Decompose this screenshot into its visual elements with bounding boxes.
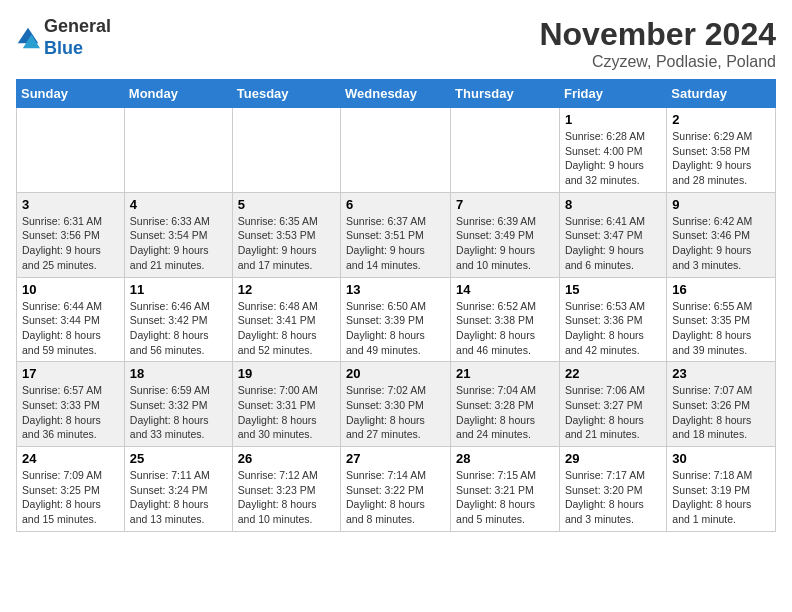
logo-general-text: General xyxy=(44,16,111,36)
page-header: General Blue November 2024 Czyzew, Podla… xyxy=(16,16,776,71)
day-info: Sunrise: 7:14 AM Sunset: 3:22 PM Dayligh… xyxy=(346,468,445,527)
day-number: 22 xyxy=(565,366,661,381)
week-row-3: 10Sunrise: 6:44 AM Sunset: 3:44 PM Dayli… xyxy=(17,277,776,362)
day-cell: 7Sunrise: 6:39 AM Sunset: 3:49 PM Daylig… xyxy=(451,192,560,277)
header-friday: Friday xyxy=(559,80,666,108)
day-cell: 9Sunrise: 6:42 AM Sunset: 3:46 PM Daylig… xyxy=(667,192,776,277)
day-cell: 6Sunrise: 6:37 AM Sunset: 3:51 PM Daylig… xyxy=(341,192,451,277)
calendar-table: SundayMondayTuesdayWednesdayThursdayFrid… xyxy=(16,79,776,532)
day-cell: 8Sunrise: 6:41 AM Sunset: 3:47 PM Daylig… xyxy=(559,192,666,277)
calendar-header-row: SundayMondayTuesdayWednesdayThursdayFrid… xyxy=(17,80,776,108)
day-cell xyxy=(341,108,451,193)
day-info: Sunrise: 6:28 AM Sunset: 4:00 PM Dayligh… xyxy=(565,129,661,188)
day-number: 16 xyxy=(672,282,770,297)
day-number: 8 xyxy=(565,197,661,212)
day-info: Sunrise: 6:39 AM Sunset: 3:49 PM Dayligh… xyxy=(456,214,554,273)
logo-icon xyxy=(16,26,40,50)
day-cell: 12Sunrise: 6:48 AM Sunset: 3:41 PM Dayli… xyxy=(232,277,340,362)
day-info: Sunrise: 7:09 AM Sunset: 3:25 PM Dayligh… xyxy=(22,468,119,527)
day-number: 20 xyxy=(346,366,445,381)
day-cell: 27Sunrise: 7:14 AM Sunset: 3:22 PM Dayli… xyxy=(341,447,451,532)
header-saturday: Saturday xyxy=(667,80,776,108)
day-number: 14 xyxy=(456,282,554,297)
day-number: 28 xyxy=(456,451,554,466)
header-wednesday: Wednesday xyxy=(341,80,451,108)
day-cell: 1Sunrise: 6:28 AM Sunset: 4:00 PM Daylig… xyxy=(559,108,666,193)
day-info: Sunrise: 6:52 AM Sunset: 3:38 PM Dayligh… xyxy=(456,299,554,358)
day-number: 25 xyxy=(130,451,227,466)
day-number: 18 xyxy=(130,366,227,381)
day-number: 1 xyxy=(565,112,661,127)
day-number: 27 xyxy=(346,451,445,466)
day-cell: 15Sunrise: 6:53 AM Sunset: 3:36 PM Dayli… xyxy=(559,277,666,362)
day-number: 5 xyxy=(238,197,335,212)
day-number: 6 xyxy=(346,197,445,212)
week-row-2: 3Sunrise: 6:31 AM Sunset: 3:56 PM Daylig… xyxy=(17,192,776,277)
day-cell: 13Sunrise: 6:50 AM Sunset: 3:39 PM Dayli… xyxy=(341,277,451,362)
day-cell: 10Sunrise: 6:44 AM Sunset: 3:44 PM Dayli… xyxy=(17,277,125,362)
day-cell: 21Sunrise: 7:04 AM Sunset: 3:28 PM Dayli… xyxy=(451,362,560,447)
day-info: Sunrise: 7:11 AM Sunset: 3:24 PM Dayligh… xyxy=(130,468,227,527)
day-cell: 17Sunrise: 6:57 AM Sunset: 3:33 PM Dayli… xyxy=(17,362,125,447)
title-block: November 2024 Czyzew, Podlasie, Poland xyxy=(539,16,776,71)
day-info: Sunrise: 7:07 AM Sunset: 3:26 PM Dayligh… xyxy=(672,383,770,442)
day-cell xyxy=(232,108,340,193)
day-info: Sunrise: 7:12 AM Sunset: 3:23 PM Dayligh… xyxy=(238,468,335,527)
day-cell: 30Sunrise: 7:18 AM Sunset: 3:19 PM Dayli… xyxy=(667,447,776,532)
day-info: Sunrise: 7:15 AM Sunset: 3:21 PM Dayligh… xyxy=(456,468,554,527)
week-row-1: 1Sunrise: 6:28 AM Sunset: 4:00 PM Daylig… xyxy=(17,108,776,193)
day-number: 11 xyxy=(130,282,227,297)
day-cell: 22Sunrise: 7:06 AM Sunset: 3:27 PM Dayli… xyxy=(559,362,666,447)
logo: General Blue xyxy=(16,16,111,59)
day-cell: 3Sunrise: 6:31 AM Sunset: 3:56 PM Daylig… xyxy=(17,192,125,277)
day-number: 15 xyxy=(565,282,661,297)
day-cell: 28Sunrise: 7:15 AM Sunset: 3:21 PM Dayli… xyxy=(451,447,560,532)
day-cell xyxy=(451,108,560,193)
day-info: Sunrise: 7:17 AM Sunset: 3:20 PM Dayligh… xyxy=(565,468,661,527)
day-info: Sunrise: 6:55 AM Sunset: 3:35 PM Dayligh… xyxy=(672,299,770,358)
day-cell: 18Sunrise: 6:59 AM Sunset: 3:32 PM Dayli… xyxy=(124,362,232,447)
day-info: Sunrise: 6:44 AM Sunset: 3:44 PM Dayligh… xyxy=(22,299,119,358)
day-number: 21 xyxy=(456,366,554,381)
day-info: Sunrise: 6:41 AM Sunset: 3:47 PM Dayligh… xyxy=(565,214,661,273)
day-info: Sunrise: 7:02 AM Sunset: 3:30 PM Dayligh… xyxy=(346,383,445,442)
location: Czyzew, Podlasie, Poland xyxy=(539,53,776,71)
day-number: 17 xyxy=(22,366,119,381)
header-tuesday: Tuesday xyxy=(232,80,340,108)
day-cell: 11Sunrise: 6:46 AM Sunset: 3:42 PM Dayli… xyxy=(124,277,232,362)
day-number: 12 xyxy=(238,282,335,297)
day-cell xyxy=(17,108,125,193)
day-info: Sunrise: 6:31 AM Sunset: 3:56 PM Dayligh… xyxy=(22,214,119,273)
day-number: 4 xyxy=(130,197,227,212)
day-cell: 2Sunrise: 6:29 AM Sunset: 3:58 PM Daylig… xyxy=(667,108,776,193)
day-cell: 19Sunrise: 7:00 AM Sunset: 3:31 PM Dayli… xyxy=(232,362,340,447)
day-info: Sunrise: 6:33 AM Sunset: 3:54 PM Dayligh… xyxy=(130,214,227,273)
day-cell: 24Sunrise: 7:09 AM Sunset: 3:25 PM Dayli… xyxy=(17,447,125,532)
day-cell: 5Sunrise: 6:35 AM Sunset: 3:53 PM Daylig… xyxy=(232,192,340,277)
day-cell: 23Sunrise: 7:07 AM Sunset: 3:26 PM Dayli… xyxy=(667,362,776,447)
week-row-4: 17Sunrise: 6:57 AM Sunset: 3:33 PM Dayli… xyxy=(17,362,776,447)
header-sunday: Sunday xyxy=(17,80,125,108)
day-info: Sunrise: 6:29 AM Sunset: 3:58 PM Dayligh… xyxy=(672,129,770,188)
day-number: 30 xyxy=(672,451,770,466)
day-info: Sunrise: 7:18 AM Sunset: 3:19 PM Dayligh… xyxy=(672,468,770,527)
header-thursday: Thursday xyxy=(451,80,560,108)
day-number: 29 xyxy=(565,451,661,466)
day-info: Sunrise: 6:59 AM Sunset: 3:32 PM Dayligh… xyxy=(130,383,227,442)
day-number: 19 xyxy=(238,366,335,381)
week-row-5: 24Sunrise: 7:09 AM Sunset: 3:25 PM Dayli… xyxy=(17,447,776,532)
day-info: Sunrise: 7:06 AM Sunset: 3:27 PM Dayligh… xyxy=(565,383,661,442)
day-number: 23 xyxy=(672,366,770,381)
day-number: 26 xyxy=(238,451,335,466)
day-number: 24 xyxy=(22,451,119,466)
day-cell: 25Sunrise: 7:11 AM Sunset: 3:24 PM Dayli… xyxy=(124,447,232,532)
day-cell xyxy=(124,108,232,193)
day-number: 7 xyxy=(456,197,554,212)
day-number: 10 xyxy=(22,282,119,297)
day-number: 2 xyxy=(672,112,770,127)
day-info: Sunrise: 6:53 AM Sunset: 3:36 PM Dayligh… xyxy=(565,299,661,358)
day-info: Sunrise: 7:04 AM Sunset: 3:28 PM Dayligh… xyxy=(456,383,554,442)
logo-blue-text: Blue xyxy=(44,38,83,58)
header-monday: Monday xyxy=(124,80,232,108)
day-info: Sunrise: 6:48 AM Sunset: 3:41 PM Dayligh… xyxy=(238,299,335,358)
